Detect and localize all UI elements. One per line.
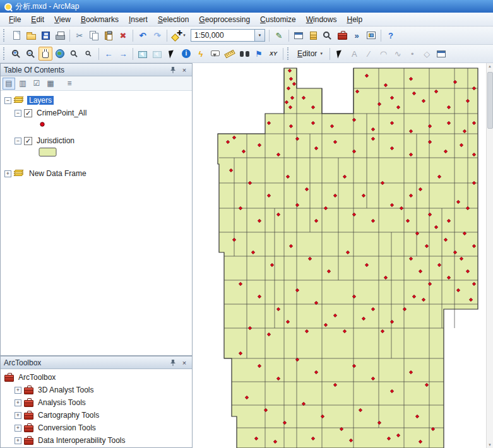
expand-icon[interactable]: + — [15, 437, 21, 444]
whats-this-button[interactable]: ? — [384, 28, 398, 42]
edit-annotation-tool[interactable]: A — [347, 47, 361, 61]
toolbox-label[interactable]: 3D Analyst Tools — [36, 386, 96, 394]
new-data-frame-row[interactable]: + New Data Frame — [3, 167, 189, 180]
menu-customize[interactable]: Customize — [255, 13, 301, 26]
search-window-button[interactable] — [321, 28, 335, 42]
python-window-button[interactable]: » — [350, 28, 364, 42]
table-of-contents-window-button[interactable] — [292, 28, 306, 42]
collapse-icon[interactable]: − — [4, 97, 11, 104]
print-button[interactable] — [53, 28, 67, 42]
select-elements-tool[interactable] — [165, 47, 179, 61]
zoom-out-tool[interactable]: − — [24, 47, 38, 61]
editor-toolbar-toggle-button[interactable]: ✎ — [272, 28, 286, 42]
open-button[interactable] — [24, 28, 38, 42]
fixed-zoom-out-button[interactable] — [82, 47, 96, 61]
collapse-icon[interactable]: − — [15, 138, 21, 144]
menu-help[interactable]: Help — [342, 13, 367, 26]
expand-icon[interactable]: + — [15, 412, 21, 419]
collapse-icon[interactable]: − — [15, 110, 21, 117]
list-by-drawing-order-button[interactable]: ▤ — [3, 78, 15, 90]
menu-view[interactable]: View — [49, 13, 76, 26]
jurisdiction-checkbox[interactable]: ✓ — [24, 137, 32, 145]
hyperlink-tool[interactable]: ϟ — [194, 47, 208, 61]
trace-tool[interactable]: ∿ — [391, 47, 405, 61]
toolbox-row[interactable]: + Cartography Tools — [3, 409, 189, 421]
expand-icon[interactable]: + — [4, 170, 11, 177]
toolbox-row[interactable]: + Analysis Tools — [3, 396, 189, 409]
menu-bookmarks[interactable]: Bookmarks — [76, 13, 124, 26]
copy-button[interactable] — [87, 28, 101, 42]
list-by-visibility-button[interactable]: ☑ — [30, 78, 43, 90]
scroll-up-arrow-icon[interactable]: ▲ — [488, 63, 492, 69]
close-icon[interactable]: × — [180, 358, 189, 367]
full-extent-button[interactable] — [53, 47, 67, 61]
pan-tool[interactable] — [39, 47, 52, 61]
expand-icon[interactable]: + — [15, 399, 21, 406]
close-icon[interactable]: × — [180, 66, 189, 74]
redo-button[interactable]: ↷ — [150, 28, 164, 42]
list-by-source-button[interactable]: ▥ — [16, 78, 29, 90]
endpoint-arc-tool[interactable]: ◠ — [376, 47, 390, 61]
menu-insert[interactable]: Insert — [124, 13, 153, 26]
find-route-tool[interactable]: ⚑ — [252, 47, 266, 61]
scrollbar-thumb[interactable] — [487, 72, 493, 129]
undo-button[interactable]: ↶ — [136, 28, 150, 42]
expand-icon[interactable]: + — [15, 387, 21, 394]
measure-tool[interactable] — [223, 47, 237, 61]
edit-vertices-tool[interactable]: ◇ — [420, 47, 434, 61]
scale-dropdown-button[interactable]: ▼ — [254, 30, 264, 41]
identify-tool[interactable]: i — [179, 47, 193, 61]
map-svg[interactable] — [196, 63, 486, 448]
add-data-button[interactable]: ▼ — [170, 28, 189, 42]
pin-icon[interactable] — [169, 358, 177, 367]
find-tool[interactable] — [237, 47, 251, 61]
create-features-button[interactable] — [434, 47, 448, 61]
select-features-tool[interactable] — [136, 47, 150, 61]
go-to-xy-tool[interactable]: XY — [266, 47, 280, 61]
clear-selection-button[interactable] — [150, 47, 164, 61]
toolbox-row[interactable]: + Data Interoperability Tools — [3, 434, 189, 447]
catalog-window-button[interactable] — [306, 28, 320, 42]
html-popup-tool[interactable] — [208, 47, 222, 61]
list-by-selection-button[interactable]: ▦ — [44, 78, 57, 90]
point-tool[interactable]: • — [405, 47, 419, 61]
menu-selection[interactable]: Selection — [153, 13, 194, 26]
cut-button[interactable]: ✂ — [73, 28, 86, 42]
scale-combobox[interactable]: 1:50,000 ▼ — [191, 29, 265, 42]
editor-toolbar-grip[interactable] — [287, 47, 290, 60]
save-button[interactable] — [39, 28, 52, 42]
layer-row-crimepoint[interactable]: − ✓ CrimePoint_All — [3, 107, 189, 119]
fixed-zoom-in-button[interactable] — [68, 47, 81, 61]
layers-data-frame-row[interactable]: − Layers — [3, 94, 189, 107]
new-map-button[interactable] — [9, 28, 23, 42]
toc-options-button[interactable]: ≡ — [63, 78, 76, 90]
menu-file[interactable]: File — [4, 13, 26, 26]
toolbox-label[interactable]: Conversion Tools — [36, 423, 98, 432]
map-vertical-scrollbar[interactable]: ▲ ▼ — [486, 63, 493, 448]
data-frame-label[interactable]: Layers — [27, 96, 54, 105]
paste-button[interactable] — [102, 28, 116, 42]
layer-name[interactable]: CrimePoint_All — [35, 109, 88, 117]
toolbox-label[interactable]: Analysis Tools — [36, 398, 88, 407]
back-extent-button[interactable]: ← — [102, 47, 116, 61]
pin-icon[interactable] — [169, 66, 177, 74]
arctoolbox-root-row[interactable]: ArcToolbox — [3, 371, 189, 384]
layer-row-jurisdiction[interactable]: − ✓ Jurisdiction — [3, 134, 189, 147]
arctoolbox-window-button[interactable] — [335, 28, 349, 42]
editor-menu[interactable]: Editor ▼ — [294, 48, 327, 59]
straight-segment-tool[interactable]: ∕ — [362, 47, 376, 61]
toolbox-row[interactable]: + 3D Analyst Tools — [3, 384, 189, 396]
map-view[interactable]: ▲ ▼ — [196, 63, 493, 448]
toolbox-label[interactable]: Cartography Tools — [36, 411, 101, 420]
forward-extent-button[interactable]: → — [116, 47, 130, 61]
zoom-in-tool[interactable]: + — [9, 47, 23, 61]
toolbox-label[interactable]: ArcToolbox — [16, 373, 57, 382]
toolbar-grip[interactable] — [3, 47, 6, 60]
menu-edit[interactable]: Edit — [26, 13, 49, 26]
menu-windows[interactable]: Windows — [301, 13, 342, 26]
toolbar-grip[interactable] — [3, 29, 6, 42]
data-frame-label[interactable]: New Data Frame — [27, 169, 88, 178]
expand-icon[interactable]: + — [15, 425, 21, 432]
menu-geoprocessing[interactable]: Geoprocessing — [194, 13, 255, 26]
crimepoint-checkbox[interactable]: ✓ — [24, 109, 32, 117]
